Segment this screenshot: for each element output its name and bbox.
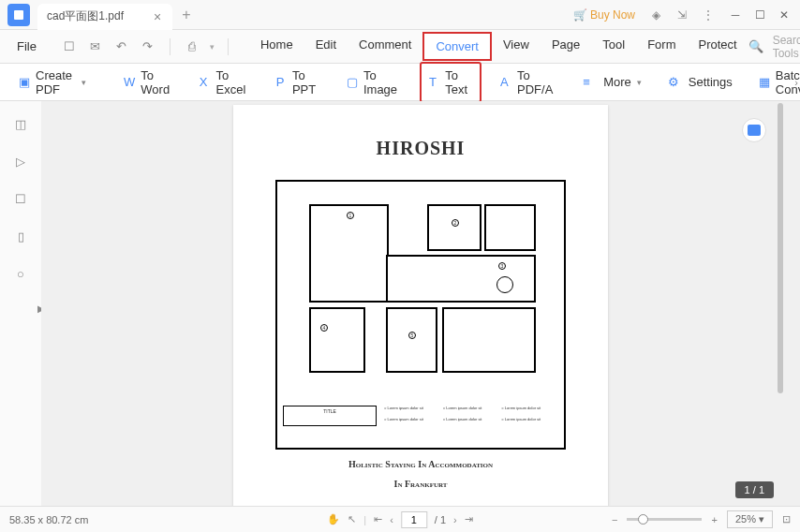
pdfa-icon: A (500, 75, 511, 90)
buy-now-link[interactable]: 🛒 Buy Now (573, 8, 635, 22)
convert-word-floating-button[interactable] (742, 118, 766, 142)
chevron-down-icon: ▾ (637, 78, 642, 87)
word-badge-icon (748, 125, 761, 136)
page-number-input[interactable] (401, 511, 427, 528)
more-button[interactable]: ≡ More ▾ (575, 70, 649, 95)
page-indicator-badge: 1 / 1 (735, 481, 774, 498)
pdf-page: HIROSHI 1 2 3 4 5 TITLE ○ Lorem ipsum (233, 105, 608, 506)
hand-tool-icon[interactable]: ✋ (327, 513, 340, 525)
mail-icon[interactable]: ✉ (87, 38, 104, 55)
zoom-out-icon[interactable]: − (612, 514, 617, 525)
create-pdf-icon: ▣ (19, 75, 30, 90)
toolbar-overflow-icon[interactable]: › (794, 77, 798, 88)
menu-protect[interactable]: Protect (687, 32, 748, 61)
menu-page[interactable]: Page (541, 32, 591, 61)
redo-icon[interactable]: ↷ (140, 38, 156, 55)
add-tab-button[interactable]: + (182, 7, 190, 23)
zoom-value[interactable]: 25% ▾ (727, 510, 773, 528)
minimize-button[interactable]: ─ (723, 2, 748, 28)
menu-comment[interactable]: Comment (348, 32, 422, 61)
legend-title-box: TITLE (283, 406, 377, 426)
more-icon: ≡ (583, 75, 598, 90)
document-title: HIROSHI (259, 138, 582, 159)
maximize-button[interactable]: ☐ (748, 2, 772, 28)
next-page-icon[interactable]: › (453, 514, 457, 525)
settings-button[interactable]: ⚙ Settings (660, 70, 740, 95)
page-dimensions: 58.35 x 80.72 cm (9, 514, 88, 525)
menu-form[interactable]: Form (636, 32, 687, 61)
notification-icon[interactable]: ◈ (644, 4, 667, 26)
zoom-slider-thumb[interactable] (638, 514, 648, 525)
print-icon[interactable]: ⎙ (184, 38, 200, 55)
comments-icon[interactable]: ☐ (11, 189, 30, 208)
search-icon: 🔍 (748, 39, 763, 53)
save-icon[interactable]: ☐ (61, 38, 78, 55)
zoom-in-icon[interactable]: + (711, 514, 717, 525)
menu-icon[interactable]: ⋮ (697, 4, 719, 26)
to-image-button[interactable]: ▢ To Image (339, 64, 408, 101)
ppt-icon: P (276, 75, 287, 90)
tab-title: cad平面图1.pdf (47, 8, 124, 24)
to-excel-button[interactable]: X To Excel (192, 64, 258, 101)
to-text-button[interactable]: T To Text (420, 62, 481, 103)
search-panel-icon[interactable]: ○ (11, 264, 30, 283)
fit-page-icon[interactable]: ⊡ (782, 513, 791, 525)
menu-edit[interactable]: Edit (304, 32, 348, 61)
chevron-down-icon: ▾ (81, 78, 86, 87)
gear-icon: ⚙ (668, 75, 683, 90)
cart-icon: 🛒 (573, 8, 587, 22)
document-tab[interactable]: cad平面图1.pdf × (37, 4, 172, 30)
create-pdf-button[interactable]: ▣ Create PDF ▾ (11, 64, 94, 101)
document-viewport[interactable]: HIROSHI 1 2 3 4 5 TITLE ○ Lorem ipsum (41, 101, 800, 506)
document-subtitle-2: In Frankfurt (259, 479, 582, 489)
menu-home[interactable]: Home (249, 32, 304, 61)
bookmarks-icon[interactable]: ▷ (11, 152, 30, 170)
share-icon[interactable]: ⇲ (671, 4, 693, 26)
undo-icon[interactable]: ↶ (113, 38, 130, 55)
file-menu[interactable]: File (7, 39, 46, 53)
attachments-icon[interactable]: ▯ (11, 227, 30, 245)
page-total: / 1 (435, 514, 446, 525)
document-subtitle-1: Holistic Staying In Accommodation (259, 459, 582, 469)
zoom-slider[interactable] (627, 518, 702, 521)
left-sidebar: ◫ ▷ ☐ ▯ ○ (0, 101, 41, 506)
menu-tool[interactable]: Tool (591, 32, 636, 61)
excel-icon: X (200, 75, 211, 90)
menu-view[interactable]: View (492, 32, 541, 61)
close-tab-icon[interactable]: × (154, 9, 161, 24)
first-page-icon[interactable]: ⇤ (374, 513, 382, 525)
last-page-icon[interactable]: ⇥ (465, 513, 473, 525)
image-icon: ▢ (347, 75, 358, 90)
menu-convert[interactable]: Convert (422, 32, 492, 61)
word-icon: W (124, 75, 135, 90)
scrollbar-thumb[interactable] (778, 103, 783, 393)
dropdown-icon[interactable]: ▾ (210, 42, 215, 52)
app-icon[interactable] (7, 4, 30, 26)
to-word-button[interactable]: W To Word (116, 64, 181, 101)
batch-icon: ▦ (759, 75, 770, 90)
vertical-scrollbar[interactable] (778, 101, 785, 506)
to-pdfa-button[interactable]: A To PDF/A (493, 64, 564, 101)
to-ppt-button[interactable]: P To PPT (269, 64, 328, 101)
thumbnails-icon[interactable]: ◫ (11, 114, 30, 133)
close-button[interactable]: ✕ (772, 2, 796, 28)
text-icon: T (429, 75, 439, 90)
prev-page-icon[interactable]: ‹ (390, 514, 393, 525)
select-tool-icon[interactable]: ↖ (348, 513, 356, 525)
svg-rect-0 (14, 10, 23, 20)
search-tools-input[interactable]: Search Tools (773, 34, 800, 60)
floorplan-drawing: 1 2 3 4 5 TITLE ○ Lorem ipsum dolor sit … (275, 180, 566, 450)
batch-convert-button[interactable]: ▦ Batch Conve (751, 64, 800, 101)
